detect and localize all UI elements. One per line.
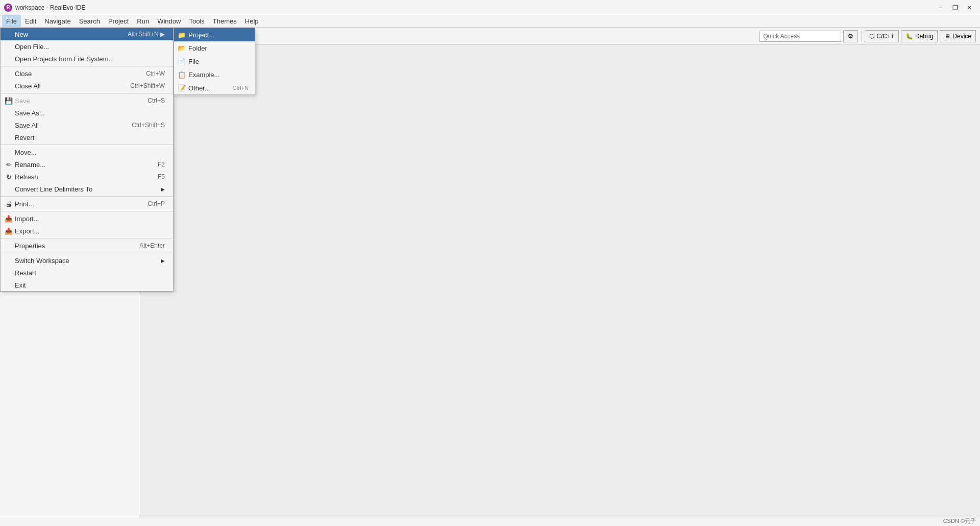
file-label: File [188, 58, 199, 65]
refresh-label: Refresh [15, 173, 38, 181]
example-label: Example... [188, 71, 219, 79]
print-icon: 🖨 [5, 200, 13, 208]
menu-save-as-item[interactable]: Save As... [1, 107, 173, 119]
folder-label: Folder [188, 44, 207, 52]
menu-window[interactable]: Window [153, 15, 185, 28]
restart-label: Restart [15, 269, 36, 277]
title-bar-controls: – ❐ ✕ [934, 3, 976, 13]
file-menu-dropdown: New Alt+Shift+N ▶ Open File... Open Proj… [0, 28, 174, 292]
menu-properties-item[interactable]: Properties Alt+Enter [1, 240, 173, 252]
menu-restart-item[interactable]: Restart [1, 267, 173, 279]
debug-icon: 🐛 [905, 33, 913, 40]
other-label: Other... [188, 84, 210, 92]
file-icon: 📄 [177, 57, 186, 66]
menu-close-all-item[interactable]: Close All Ctrl+Shift+W [1, 80, 173, 92]
toolbar-cpp-button[interactable]: ⬡ C/C++ [865, 30, 899, 42]
menu-switch-workspace-item[interactable]: Switch Workspace ▶ [1, 254, 173, 267]
project-icon: 📁 [177, 30, 186, 39]
menu-new-item[interactable]: New Alt+Shift+N ▶ [1, 28, 173, 40]
menu-edit[interactable]: Edit [21, 15, 40, 28]
menu-revert-item[interactable]: Revert [1, 131, 173, 144]
menu-bar: File Edit Navigate Search Project Run Wi… [0, 15, 980, 28]
restore-button[interactable]: ❐ [948, 3, 962, 13]
refresh-shortcut: F5 [158, 173, 165, 180]
submenu-project-item[interactable]: 📁 Project... [174, 28, 255, 41]
close-all-label: Close All [15, 82, 41, 90]
menu-close-item[interactable]: Close Ctrl+W [1, 67, 173, 80]
save-label: Save [15, 97, 30, 105]
menu-run[interactable]: Run [133, 15, 153, 28]
menu-refresh-item[interactable]: ↻ Refresh F5 [1, 171, 173, 183]
export-icon: 📤 [5, 227, 13, 235]
minimize-button[interactable]: – [934, 3, 947, 13]
menu-tools[interactable]: Tools [185, 15, 208, 28]
separator-5 [1, 211, 173, 211]
menu-help[interactable]: Help [241, 15, 263, 28]
menu-project[interactable]: Project [104, 15, 133, 28]
submenu-file-item[interactable]: 📄 File [174, 55, 255, 68]
save-icon: 💾 [5, 97, 13, 105]
menu-convert-line-item[interactable]: Convert Line Delimiters To ▶ [1, 183, 173, 195]
menu-file[interactable]: File [2, 15, 21, 28]
submenu-other-item[interactable]: 📝 Other... Ctrl+N [174, 81, 255, 94]
status-bar: CSDN ©元子 [0, 516, 980, 526]
status-text: CSDN ©元子 [943, 517, 976, 525]
convert-arrow: ▶ [161, 186, 165, 192]
save-shortcut: Ctrl+S [148, 97, 165, 104]
switch-workspace-arrow: ▶ [161, 258, 165, 264]
close-all-shortcut: Ctrl+Shift+W [130, 82, 165, 89]
separator-7 [1, 253, 173, 253]
open-projects-label: Open Projects from File System... [15, 55, 114, 63]
properties-label: Properties [15, 242, 45, 250]
new-submenu: 📁 Project... 📂 Folder 📄 File 📋 Example..… [174, 28, 255, 95]
close-shortcut: Ctrl+W [146, 70, 165, 77]
save-all-shortcut: Ctrl+Shift+S [132, 122, 165, 129]
new-label: New [15, 31, 28, 38]
menu-print-item[interactable]: 🖨 Print... Ctrl+P [1, 198, 173, 210]
folder-icon: 📂 [177, 43, 186, 53]
separator-6 [1, 238, 173, 238]
toolbar-separator-1 [861, 31, 862, 41]
title-bar: R workspace - RealEvo-IDE – ❐ ✕ [0, 0, 980, 15]
import-icon: 📥 [5, 214, 13, 223]
move-label: Move... [15, 149, 37, 156]
menu-search[interactable]: Search [75, 15, 104, 28]
submenu-example-item[interactable]: 📋 Example... [174, 68, 255, 81]
menu-move-item[interactable]: Move... [1, 146, 173, 158]
center-content [140, 45, 980, 516]
menu-save-all-item[interactable]: Save All Ctrl+Shift+S [1, 119, 173, 131]
exit-label: Exit [15, 281, 26, 289]
new-shortcut: Alt+Shift+N ▶ [128, 31, 165, 38]
menu-rename-item[interactable]: ✏ Rename... F2 [1, 158, 173, 171]
close-button[interactable]: ✕ [963, 3, 976, 13]
rename-shortcut: F2 [158, 161, 165, 168]
separator-4 [1, 196, 173, 197]
other-icon: 📝 [177, 83, 186, 92]
rename-label: Rename... [15, 161, 45, 169]
print-shortcut: Ctrl+P [148, 200, 165, 207]
toolbar-device-button[interactable]: 🖥 Device [940, 30, 976, 42]
close-label: Close [15, 70, 32, 78]
menu-export-item[interactable]: 📤 Export... [1, 225, 173, 237]
example-icon: 📋 [177, 70, 186, 79]
toolbar-debug-button[interactable]: 🐛 Debug [901, 30, 938, 42]
cpp-icon: ⬡ [869, 33, 874, 40]
menu-exit-item[interactable]: Exit [1, 279, 173, 291]
separator-1 [1, 66, 173, 66]
menu-save-item: 💾 Save Ctrl+S [1, 94, 173, 107]
submenu-folder-item[interactable]: 📂 Folder [174, 41, 255, 55]
toolbar-settings-button[interactable]: ⚙ [843, 30, 858, 42]
export-label: Export... [15, 227, 39, 235]
menu-import-item[interactable]: 📥 Import... [1, 212, 173, 225]
menu-open-projects-item[interactable]: Open Projects from File System... [1, 53, 173, 65]
save-as-label: Save As... [15, 109, 45, 117]
title-bar-left: R workspace - RealEvo-IDE [4, 4, 85, 12]
menu-themes[interactable]: Themes [209, 15, 241, 28]
menu-navigate[interactable]: Navigate [40, 15, 75, 28]
project-label: Project... [188, 31, 214, 39]
quick-access-box[interactable]: Quick Access [760, 31, 841, 42]
title-text: workspace - RealEvo-IDE [15, 4, 85, 11]
open-file-label: Open File... [15, 43, 49, 51]
menu-open-file-item[interactable]: Open File... [1, 40, 173, 53]
revert-label: Revert [15, 134, 34, 141]
